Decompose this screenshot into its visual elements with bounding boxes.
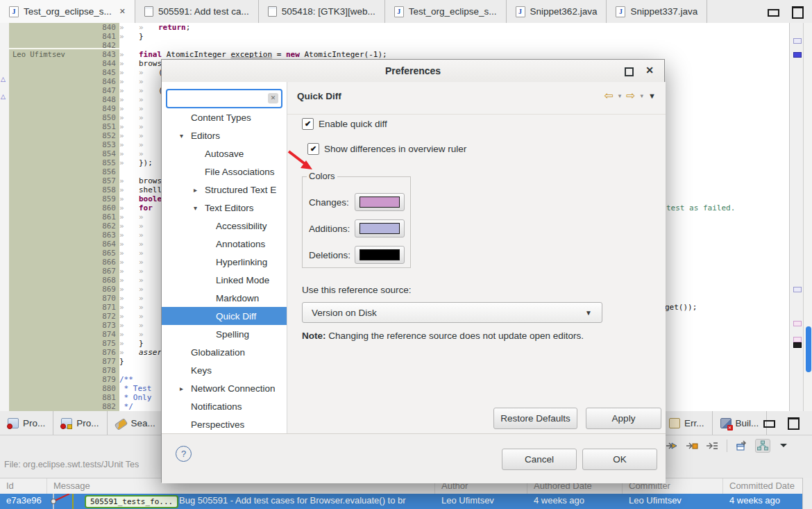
tree-item-text-editors[interactable]: ▾Text Editors [162,199,287,217]
view-menu-icon[interactable]: ▼ [648,92,656,100]
editor-tab[interactable]: JTest_org_eclipse_s... [385,0,507,23]
restore-defaults-button[interactable]: Restore Defaults [493,408,577,429]
expander-icon[interactable]: ▾ [180,132,191,140]
color-picker-button[interactable] [355,219,405,237]
git-annotate-column[interactable]: Leo Ufimtsev 840841842843844845846847848… [9,23,120,411]
page-header: Quick Diff ⇦ ▾ ⇨ ▾ ▼ [287,82,666,115]
column-header-committed-date[interactable]: Committed Date [723,478,812,494]
tree-item-structured-text-e[interactable]: ▸Structured Text E [162,181,287,199]
editor-tab[interactable]: 505591: Add test ca... [135,0,259,23]
tree-item-quick-diff[interactable]: Quick Diff [162,307,287,325]
tree-item-label: Accessibility [216,221,267,231]
apply-button[interactable]: Apply [586,408,661,429]
reference-source-dropdown[interactable]: Version on Disk ▼ [302,302,602,323]
tree-item-autosave[interactable]: Autosave [162,144,287,162]
whitespace-mark: » [139,303,158,312]
code-token: exception [230,50,272,59]
overview-ruler[interactable] [789,23,804,411]
close-icon[interactable]: ✕ [119,7,126,16]
code-token: return [158,23,186,32]
tree-item-file-associations[interactable]: File Associations [162,162,287,181]
back-dropdown-icon[interactable]: ▾ [618,92,622,99]
java-file-icon: J [394,6,404,17]
line-number: 841 [91,32,116,41]
tree-item-perspectives[interactable]: Perspectives [162,415,287,433]
filter-resource-icon[interactable] [685,440,699,452]
tree-item-hyperlinking[interactable]: Hyperlinking [162,253,287,271]
bottom-tab[interactable]: Pro... [53,411,107,435]
tree-item-annotations[interactable]: Annotations [162,235,287,253]
dialog-title-bar[interactable]: Preferences ✕ [162,60,664,83]
whitespace-mark: » [119,194,139,203]
tree-item-globalization[interactable]: Globalization [162,343,287,361]
forward-history-icon[interactable]: ⇨ [626,90,635,101]
maximize-icon[interactable] [625,67,634,76]
tree-item-content-types[interactable]: Content Types [162,108,287,126]
bottom-tab[interactable]: Pro... [0,411,53,435]
bottom-tab[interactable]: Sea... [108,411,164,435]
editor-scrollbar[interactable] [803,23,812,411]
ok-button[interactable]: OK [582,449,657,470]
forward-dropdown-icon[interactable]: ▾ [641,92,644,99]
clear-search-icon[interactable]: ✕ [268,93,278,103]
link-with-selection-icon[interactable] [665,440,679,452]
tree-item-editors[interactable]: ▾Editors [162,126,287,144]
cancel-button[interactable]: Cancel [502,449,577,470]
column-header-id[interactable]: Id [0,478,47,494]
code-token: } [139,339,144,348]
line-number: 844 [91,59,116,68]
tree-item-accessibility[interactable]: Accessibility [162,217,287,235]
whitespace-mark: » [119,59,139,68]
tree-item-keys[interactable]: Keys [162,361,287,379]
tree-item-notifications[interactable]: Notifications [162,397,287,415]
enable-quick-diff-row: ✔ Enable quick diff [302,118,387,130]
maximize-icon[interactable] [792,6,804,19]
minimize-icon[interactable] [763,420,775,428]
history-table-row[interactable]: e7a3e96 505591_tests_fo... Bug 505591 - … [0,494,812,509]
whitespace-mark: » [119,276,139,285]
line-number: 870 [91,294,116,303]
tree-item-markdown[interactable]: Markdown [162,289,287,307]
code-token: } [119,357,124,366]
color-picker-button[interactable] [355,193,405,211]
color-picker-button[interactable] [355,246,405,264]
line-number: 855 [91,158,116,167]
toolbar-separator [727,440,727,452]
expander-icon[interactable]: ▾ [194,204,205,212]
table-scrollbar[interactable] [802,478,812,509]
editor-tab-label: 505591: Add test ca... [158,6,249,17]
cell-message: 505591_tests_fo... Bug 505591 - Add test… [47,494,435,509]
back-history-icon[interactable]: ⇦ [604,90,613,101]
file-icon [144,6,153,17]
tree-item-spelling[interactable]: Spelling [162,325,287,343]
minimize-icon[interactable] [768,9,779,17]
tree-item-network-connection[interactable]: ▸Network Connection [162,379,287,397]
compare-mode-icon[interactable] [735,440,749,452]
line-number: 872 [91,312,116,321]
maximize-icon[interactable] [788,417,800,430]
help-icon[interactable]: ? [176,446,192,462]
annotation-ruler[interactable]: △ △ [0,23,10,411]
search-input[interactable] [170,92,263,106]
all-branches-icon[interactable] [755,439,770,453]
editor-tab[interactable]: 505418: [GTK3][web... [259,0,385,23]
whitespace-mark: » [139,231,158,240]
diff-overview-marker [793,52,802,58]
editor-tab[interactable]: JSnippet362.java [507,0,607,23]
editor-scrollbar-thumb[interactable] [806,326,811,372]
cell-committer: Leo Ufimtsev [623,494,723,509]
editor-tab[interactable]: JSnippet337.java [607,0,707,23]
editor-tab[interactable]: JTest_org_eclipse_s...✕ [0,0,135,23]
enable-quick-diff-checkbox[interactable]: ✔ [302,118,314,130]
close-icon[interactable]: ✕ [645,65,654,76]
whitespace-mark: » [119,294,139,303]
bottom-tab[interactable]: Buil... [713,411,768,435]
expander-icon[interactable]: ▸ [180,385,191,392]
expander-icon[interactable]: ▸ [194,186,205,194]
view-menu-icon[interactable] [777,440,790,452]
filter-project-icon[interactable] [705,440,719,452]
editor-area-window-controls [768,6,804,19]
java-file-icon: J [9,6,19,17]
bottom-tab[interactable]: Err... [661,411,713,435]
tree-item-linked-mode[interactable]: Linked Mode [162,271,287,289]
